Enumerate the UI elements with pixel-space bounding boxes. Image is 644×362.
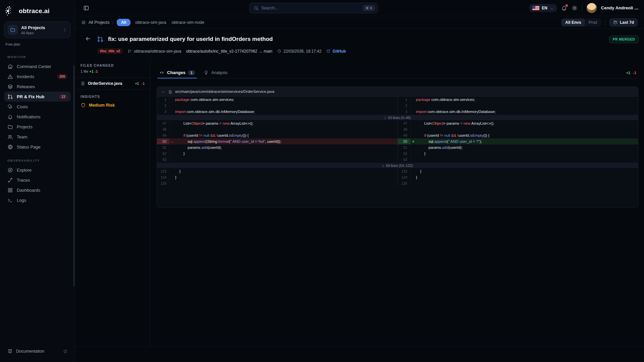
diff-row: 124}124} [157, 174, 638, 180]
diff-line-right: 123 } [397, 168, 638, 174]
time-range-label: Last 7d [620, 20, 634, 25]
project-filter-obtrace-sim-java[interactable]: obtrace-sim-java [135, 20, 166, 25]
line-number: 1 [157, 97, 170, 103]
sidebar-item-incidents[interactable]: Incidents200 [4, 71, 71, 81]
env-option-prod[interactable]: Prod [585, 19, 601, 26]
project-filter-obtrace-sim-node[interactable]: obtrace-sim-node [172, 20, 204, 25]
pr-title: fix: use parameterized query for userId … [108, 36, 605, 43]
sidebar-nav: MONITORCommand CenterIncidents200Release… [4, 48, 71, 346]
line-number: 50 [398, 138, 411, 144]
collapsed-lines-bar[interactable]: ↕43 lines (4–46) [157, 115, 638, 120]
code-text: } [175, 169, 180, 173]
sidebar-item-dashboards[interactable]: Dashboards [4, 185, 71, 195]
notifications-bell-button[interactable] [561, 5, 567, 11]
project-filter-all[interactable]: All [117, 19, 130, 26]
line-number: 125 [398, 180, 411, 186]
file-list-item[interactable]: OrderService.java +1 -1 [75, 77, 150, 89]
sidebar-item-explore[interactable]: Explore [4, 165, 71, 175]
pr-timestamp: 22/03/2026, 16:17:42 [283, 49, 321, 54]
line-number: 2 [157, 103, 170, 109]
line-number: 52 [398, 150, 411, 157]
time-range-button[interactable]: Last 7d [609, 18, 638, 27]
brand-logo: obtrace.ai [4, 5, 71, 21]
line-number: 48 [157, 126, 170, 132]
branch-arrow: → [259, 49, 263, 54]
back-button[interactable] [83, 35, 93, 44]
breadcrumb-all-projects[interactable]: All Projects [89, 20, 110, 25]
user-avatar[interactable] [587, 3, 597, 13]
search-input[interactable] [261, 6, 360, 10]
topbar: ⌘ K EN Cendy Andreoli … [75, 0, 644, 16]
file-name: OrderService.java [88, 81, 132, 86]
line-number: 53 [398, 157, 411, 163]
diff-line-left: 123 } [157, 168, 397, 174]
sidebar-item-costs[interactable]: Costs [4, 102, 71, 112]
sidebar-item-traces[interactable]: Traces [4, 175, 71, 185]
sidebar-item-logs[interactable]: Logs [4, 195, 71, 205]
compass-icon [7, 167, 13, 173]
alert-triangle-icon [7, 74, 13, 79]
coins-icon [7, 104, 13, 110]
code-text: params.add(userId); [175, 145, 222, 149]
theme-toggle-button[interactable] [572, 5, 578, 11]
diff-marker: - [170, 139, 175, 143]
sidebar-item-releases[interactable]: Releases [4, 81, 71, 92]
users-icon [7, 134, 13, 140]
lightbulb-icon [204, 70, 209, 75]
pr-repo: obtraceai/obtrace-sim-java [134, 49, 181, 54]
code-text: if (userId != null && !userId.isEmpty())… [416, 133, 489, 137]
diff-line-left: 49 if (userId != null && !userId.isEmpty… [157, 132, 397, 138]
sidebar-item-team[interactable]: Team [4, 132, 71, 142]
git-pull-request-icon [97, 36, 104, 43]
app-root: obtrace.ai All Projects All Apps Free pl… [0, 0, 644, 362]
language-selector[interactable]: EN [529, 4, 557, 12]
documentation-link[interactable]: Documentation [4, 346, 71, 357]
line-number: 47 [157, 120, 170, 126]
line-number: 125 [157, 180, 170, 186]
code-text: sql.append(" AND user_id = ?"); [416, 139, 482, 143]
diff-card: src/main/java/com/obtrace/sim/services/O… [157, 86, 638, 207]
tab-changes[interactable]: Changes 1 [159, 67, 195, 78]
folder-icon [7, 124, 13, 130]
search-icon [254, 6, 259, 11]
risk-indicator: Medium Risk [75, 102, 150, 109]
sidebar-toggle-button[interactable] [83, 5, 89, 11]
project-selector-subtitle: All Apps [21, 31, 59, 35]
sidebar-scrollbar[interactable] [73, 65, 74, 287]
diff-row: 52 }52 } [157, 150, 638, 157]
project-selector[interactable]: All Projects All Apps [4, 21, 71, 38]
collapsed-lines-bar[interactable]: ↕69 lines (54–122) [157, 163, 638, 168]
collapsed-lines-label: 43 lines (4–46) [388, 116, 411, 120]
code-text: import com.obtrace.sim.db.InMemoryDataba… [416, 110, 496, 114]
file-count: 1 file [80, 69, 88, 73]
line-number: 1 [398, 97, 411, 103]
diff-line-left: 48 [157, 126, 397, 132]
diff-line-right: 52 } [397, 150, 638, 157]
tab-analysis[interactable]: Analysis [204, 67, 227, 78]
incident-tag[interactable]: #inc_title_v2 [97, 48, 123, 54]
sidebar-item-status-page[interactable]: Status Page [4, 142, 71, 152]
files-panel: FILES CHANGED 1 file +1 -1 OrderService.… [75, 58, 150, 347]
code-text: if (userId != null && !userId.isEmpty())… [175, 133, 249, 137]
sidebar-item-projects[interactable]: Projects [4, 122, 71, 132]
sidebar-item-notifications[interactable]: Notifications [4, 112, 71, 122]
diff-file-header[interactable]: src/main/java/com/obtrace/sim/services/O… [157, 87, 638, 97]
env-segmented-control: All Envs Prod [561, 18, 601, 27]
project-selector-title: All Projects [21, 25, 59, 30]
tab-bar: Changes 1 Analysis +1 -1 [157, 67, 638, 78]
layers-icon [81, 20, 86, 25]
sidebar: obtrace.ai All Projects All Apps Free pl… [0, 0, 75, 362]
github-link[interactable]: GitHub [326, 49, 346, 54]
line-number: 49 [157, 132, 170, 138]
diff-row: 5353 [157, 157, 638, 163]
search-box[interactable]: ⌘ K [249, 3, 378, 13]
sidebar-item-command-center[interactable]: Command Center [4, 61, 71, 71]
git-branch-icon [127, 49, 132, 53]
footer-spacer [75, 347, 644, 362]
diff-row: 4848 [157, 126, 638, 132]
env-option-all[interactable]: All Envs [561, 19, 585, 26]
diff-row: 49 if (userId != null && !userId.isEmpty… [157, 132, 638, 138]
diff-row: 47 List<Object> params = new ArrayList<>… [157, 120, 638, 126]
sidebar-item-pr-fix-hub[interactable]: PR & Fix Hub13 [4, 92, 71, 102]
diff-line-right: 125 [397, 180, 638, 186]
